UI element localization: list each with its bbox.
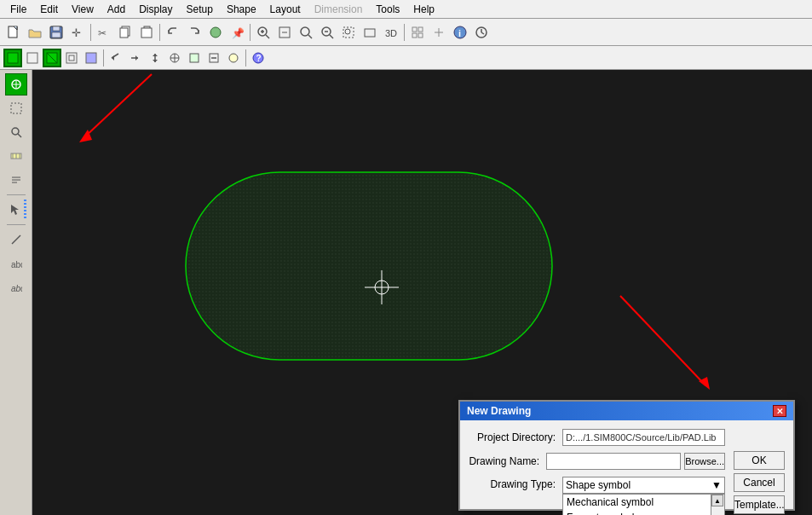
select2-tool-button[interactable]: [5, 97, 27, 119]
toolbar2: ?: [0, 46, 812, 70]
dropdown-scrollbar[interactable]: ▲ ▼: [711, 494, 725, 515]
svg-rect-38: [8, 53, 18, 63]
menu-file[interactable]: File: [3, 2, 33, 17]
dialog-title-text: New Drawing: [467, 405, 531, 417]
copy-button[interactable]: [115, 22, 135, 43]
svg-text:✛: ✛: [72, 26, 81, 39]
menu-view[interactable]: View: [65, 2, 101, 17]
line-tool-button[interactable]: [5, 229, 27, 251]
dialog-action-buttons: OK Cancel Template... Help: [734, 451, 785, 515]
move-button[interactable]: ✛: [67, 22, 88, 43]
project-directory-label: Project Directory:: [469, 431, 562, 443]
scroll-up-button[interactable]: ▲: [711, 495, 723, 506]
zoom-fit-button[interactable]: [274, 22, 295, 43]
svg-line-84: [84, 74, 152, 138]
open-button[interactable]: [25, 22, 45, 43]
svg-line-37: [481, 32, 484, 34]
svg-rect-3: [52, 32, 60, 38]
drawing-name-row: Drawing Name: Browse...: [469, 453, 725, 470]
menu-layout[interactable]: Layout: [263, 2, 308, 17]
svg-rect-42: [66, 53, 77, 63]
menu-setup[interactable]: Setup: [180, 2, 220, 17]
svg-text:abc: abc: [11, 284, 22, 293]
text2-tool-button[interactable]: abc: [5, 276, 27, 298]
grid-button[interactable]: [407, 22, 428, 43]
drawing-name-label: Drawing Name:: [469, 455, 546, 467]
snap-button[interactable]: [429, 22, 449, 43]
redo-button[interactable]: [184, 22, 204, 43]
canvas-area[interactable]: New Drawing ✕ Project Directory: Drawing…: [32, 70, 812, 515]
svg-text:abc: abc: [11, 260, 22, 269]
drawing-type-label: Drawing Type:: [469, 478, 562, 490]
undo-button[interactable]: [163, 22, 183, 43]
save-button[interactable]: [46, 22, 66, 43]
browse-button[interactable]: Browse...: [684, 453, 725, 470]
3d-button[interactable]: 3D: [381, 22, 401, 43]
dropdown-item-mechanical[interactable]: Mechanical symbol: [563, 495, 711, 510]
main-area: abc abc: [0, 70, 812, 515]
svg-point-65: [12, 128, 19, 135]
dialog-close-button[interactable]: ✕: [773, 405, 786, 417]
svg-line-19: [308, 35, 312, 38]
pin-button[interactable]: 📌: [227, 22, 247, 43]
project-directory-input[interactable]: [562, 429, 725, 446]
svg-text:✂: ✂: [98, 27, 107, 39]
t11-button[interactable]: [204, 49, 223, 67]
select-tool-button[interactable]: [5, 73, 27, 95]
t8-button[interactable]: [146, 49, 164, 67]
zoom-out-button[interactable]: [317, 22, 337, 43]
dropdown-item-format[interactable]: Format symbol: [563, 510, 711, 515]
drawing-type-dropdown[interactable]: Shape symbol ▼ Mechanical symbol Format …: [562, 477, 725, 494]
zoom-in-button[interactable]: [253, 22, 274, 43]
svg-text:?: ?: [256, 54, 262, 63]
template-button[interactable]: Template...: [734, 495, 785, 514]
new-drawing-dialog: New Drawing ✕ Project Directory: Drawing…: [458, 400, 795, 511]
ok-button[interactable]: OK: [734, 451, 785, 470]
toolbar1: ✛ ✂ 📌: [0, 19, 812, 46]
svg-text:3D: 3D: [385, 28, 397, 38]
cut-button[interactable]: ✂: [94, 22, 114, 43]
svg-line-86: [620, 296, 705, 385]
svg-line-13: [266, 35, 269, 38]
menu-add[interactable]: Add: [101, 2, 132, 17]
t10-button[interactable]: [185, 49, 204, 67]
mirror-button[interactable]: [205, 22, 226, 43]
dropdown-selected-value[interactable]: Shape symbol ▼: [562, 477, 725, 494]
time-button[interactable]: [471, 22, 492, 43]
t9-button[interactable]: [165, 49, 184, 67]
info-button[interactable]: i: [450, 22, 470, 43]
t4-button[interactable]: [62, 49, 81, 67]
t7-button[interactable]: [126, 49, 145, 67]
t2-button[interactable]: [23, 49, 42, 67]
text1-tool-button[interactable]: abc: [5, 252, 27, 275]
t6-button[interactable]: [107, 49, 125, 67]
help-toolbar-button[interactable]: ?: [249, 49, 268, 67]
zoom-area-button[interactable]: [338, 22, 359, 43]
drawing-name-input[interactable]: [546, 453, 681, 470]
menu-help[interactable]: Help: [406, 2, 441, 17]
measure-tool-button[interactable]: [5, 145, 27, 167]
separator3: [250, 24, 251, 41]
zoom-tool-button[interactable]: [5, 121, 27, 143]
red-arrow2: [612, 292, 723, 402]
menu-edit[interactable]: Edit: [33, 2, 65, 17]
props-tool-button[interactable]: [5, 169, 27, 191]
menu-tools[interactable]: Tools: [369, 2, 406, 17]
separator5: [103, 49, 104, 67]
svg-rect-64: [11, 103, 21, 113]
zoom-prev-button[interactable]: [360, 22, 380, 43]
cancel-button[interactable]: Cancel: [734, 473, 785, 492]
t5-button[interactable]: [82, 49, 101, 67]
t12-button[interactable]: [224, 49, 243, 67]
paste-button[interactable]: [136, 22, 157, 43]
svg-rect-2: [53, 26, 60, 31]
arrow-tool-button[interactable]: [5, 199, 27, 221]
new-button[interactable]: [3, 22, 24, 43]
separator4: [404, 24, 405, 41]
menu-display[interactable]: Display: [132, 2, 179, 17]
menu-dimension: Dimension: [308, 2, 370, 17]
t3-button[interactable]: [43, 49, 61, 67]
zoom-100-button[interactable]: [296, 22, 316, 43]
menu-shape[interactable]: Shape: [220, 2, 263, 17]
t1-button[interactable]: [3, 49, 22, 67]
